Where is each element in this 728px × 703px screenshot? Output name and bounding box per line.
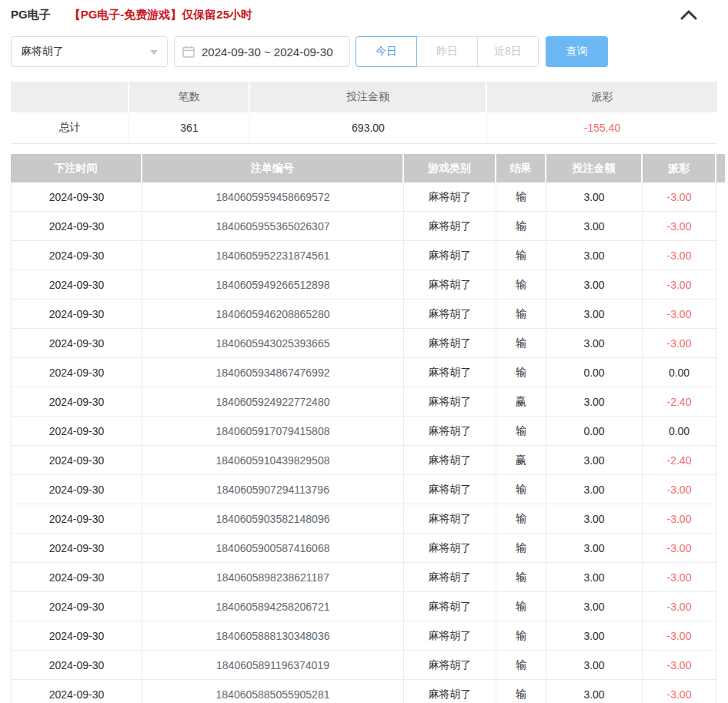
col-header-payout: 派彩: [643, 154, 716, 182]
header-scrollbar-gutter: [716, 154, 725, 182]
table-row: 2024-09-301840605943025393665麻将胡了输3.00-3…: [11, 329, 717, 358]
cell-bet-time: 2024-09-30: [11, 358, 142, 387]
cell-bet-amount: 3.00: [546, 563, 643, 591]
cell-bet-time: 2024-09-30: [11, 329, 142, 357]
cell-bet-amount: 3.00: [546, 387, 643, 416]
cell-payout: -3.00: [643, 329, 716, 357]
table-row: 2024-09-301840605900587416068麻将胡了输3.00-3…: [11, 534, 717, 563]
cell-result: 输: [496, 212, 546, 240]
cell-result: 输: [496, 417, 546, 445]
cell-payout: -3.00: [643, 270, 716, 299]
cell-game-type: 麻将胡了: [404, 592, 496, 621]
cell-order-no: 1840605885055905281: [142, 680, 404, 703]
cell-bet-time: 2024-09-30: [11, 621, 142, 650]
cell-payout: -2.40: [643, 387, 716, 416]
range-button-2[interactable]: 近8日: [477, 36, 539, 67]
summary-header-bet-amount: 投注金额: [250, 82, 487, 112]
table-row: 2024-09-301840605894258206721麻将胡了输3.00-3…: [11, 592, 717, 621]
cell-order-no: 1840605894258206721: [142, 592, 404, 621]
cell-result: 输: [496, 300, 546, 328]
cell-bet-time: 2024-09-30: [11, 300, 142, 328]
summary-header-count: 笔数: [129, 82, 250, 112]
cell-bet-amount: 0.00: [546, 417, 643, 445]
cell-result: 输: [496, 182, 546, 211]
cell-bet-amount: 3.00: [546, 680, 643, 703]
cell-payout: -3.00: [643, 212, 716, 240]
col-header-order-no: 注单编号: [142, 154, 404, 182]
cell-payout: -3.00: [643, 592, 716, 621]
cell-bet-amount: 3.00: [546, 300, 643, 328]
cell-game-type: 麻将胡了: [404, 563, 496, 591]
cell-game-type: 麻将胡了: [404, 182, 496, 211]
summary-total-payout: -155.40: [487, 112, 717, 143]
cell-game-type: 麻将胡了: [404, 241, 496, 269]
cell-order-no: 1840605907294113796: [142, 475, 404, 504]
cell-result: 输: [496, 534, 546, 562]
cell-payout: -2.40: [643, 446, 716, 474]
cell-bet-time: 2024-09-30: [11, 387, 142, 416]
cell-result: 输: [496, 241, 546, 269]
quick-range-group: 今日 昨日 近8日: [356, 36, 539, 67]
cell-bet-amount: 0.00: [546, 358, 643, 387]
cell-bet-amount: 3.00: [546, 651, 643, 679]
table-row: 2024-09-301840605952231874561麻将胡了输3.00-3…: [11, 241, 717, 270]
panel-notice: 【PG电子-免费游戏】仅保留25小时: [69, 8, 252, 22]
range-button-0[interactable]: 今日: [356, 36, 417, 67]
cell-game-type: 麻将胡了: [404, 446, 496, 474]
cell-game-type: 麻将胡了: [404, 387, 496, 416]
cell-bet-amount: 3.00: [546, 329, 643, 357]
summary-total-count: 361: [129, 112, 250, 143]
cell-bet-amount: 3.00: [546, 270, 643, 299]
cell-payout: -3.00: [643, 182, 716, 211]
filter-bar: 麻将胡了 2024-09-30 ~ 2024-09-30 今日 昨日 近8日 查…: [11, 36, 717, 67]
summary-total-row: 总计 361 693.00 -155.40: [11, 112, 717, 144]
chevron-up-icon: [680, 9, 697, 20]
col-header-game-type: 游戏类别: [404, 154, 496, 182]
cell-bet-time: 2024-09-30: [11, 475, 142, 504]
cell-result: 输: [496, 680, 546, 703]
table-row: 2024-09-301840605891196374019麻将胡了输3.00-3…: [11, 651, 717, 680]
game-select[interactable]: 麻将胡了: [11, 36, 168, 67]
cell-result: 输: [496, 592, 546, 621]
cell-payout: -3.00: [643, 621, 716, 650]
cell-payout: -3.00: [643, 241, 716, 269]
summary-table: 笔数 投注金额 派彩 总计 361 693.00 -155.40: [11, 82, 717, 144]
cell-game-type: 麻将胡了: [404, 680, 496, 703]
cell-bet-time: 2024-09-30: [11, 417, 142, 445]
table-row: 2024-09-301840605959458669572麻将胡了输3.00-3…: [11, 182, 717, 212]
cell-bet-time: 2024-09-30: [11, 651, 142, 679]
cell-order-no: 1840605900587416068: [142, 534, 404, 562]
summary-header-empty: [11, 82, 129, 112]
cell-payout: -3.00: [643, 651, 716, 679]
table-row: 2024-09-301840605946208865280麻将胡了输3.00-3…: [11, 300, 717, 329]
cell-result: 输: [496, 358, 546, 387]
cell-order-no: 1840605903582148096: [142, 504, 404, 533]
cell-payout: -3.00: [643, 300, 716, 328]
panel-header: PG电子 【PG电子-免费游戏】仅保留25小时: [11, 0, 717, 24]
cell-bet-time: 2024-09-30: [11, 241, 142, 269]
date-range-value: 2024-09-30 ~ 2024-09-30: [202, 45, 333, 59]
cell-order-no: 1840605917079415808: [142, 417, 404, 445]
summary-total-label: 总计: [11, 112, 129, 143]
table-row: 2024-09-301840605885055905281麻将胡了输3.00-3…: [11, 680, 717, 703]
table-row: 2024-09-301840605924922772480麻将胡了赢3.00-2…: [11, 387, 717, 417]
cell-result: 输: [496, 270, 546, 299]
date-range-input[interactable]: 2024-09-30 ~ 2024-09-30: [174, 36, 350, 67]
table-row: 2024-09-301840605903582148096麻将胡了输3.00-3…: [11, 504, 717, 534]
cell-bet-amount: 3.00: [546, 621, 643, 650]
bet-table: 下注时间 注单编号 游戏类别 结果 投注金额 派彩 2024-09-301840…: [11, 154, 717, 703]
cell-order-no: 1840605949266512898: [142, 270, 404, 299]
cell-order-no: 1840605952231874561: [142, 241, 404, 269]
collapse-button[interactable]: [680, 9, 697, 20]
summary-header-row: 笔数 投注金额 派彩: [11, 82, 717, 112]
bet-table-body: 2024-09-301840605959458669572麻将胡了输3.00-3…: [11, 182, 717, 703]
cell-order-no: 1840605934867476992: [142, 358, 404, 387]
cell-bet-amount: 3.00: [546, 182, 643, 211]
cell-bet-time: 2024-09-30: [11, 592, 142, 621]
range-button-1[interactable]: 昨日: [416, 36, 478, 67]
search-button[interactable]: 查询: [546, 36, 608, 67]
panel-title: PG电子: [11, 8, 51, 22]
col-header-result: 结果: [496, 154, 546, 182]
cell-game-type: 麻将胡了: [404, 534, 496, 562]
col-header-bet-time: 下注时间: [11, 154, 142, 182]
